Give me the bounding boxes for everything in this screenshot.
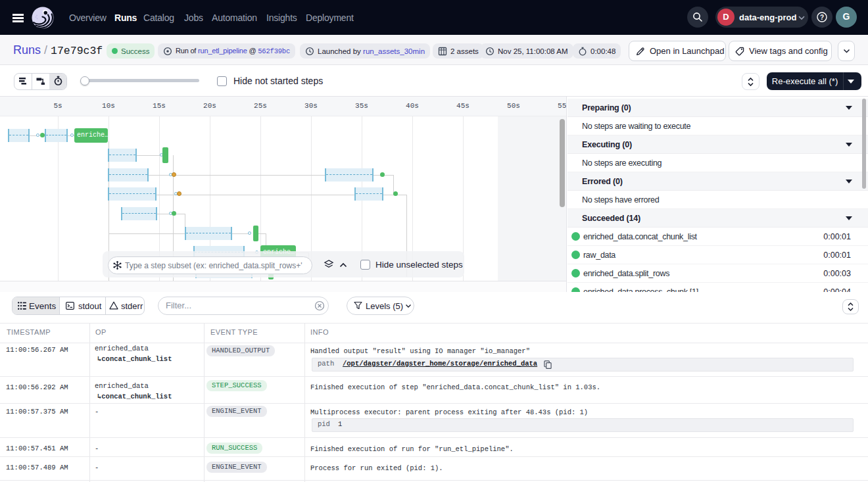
svg-text:?: ? [820,14,824,21]
